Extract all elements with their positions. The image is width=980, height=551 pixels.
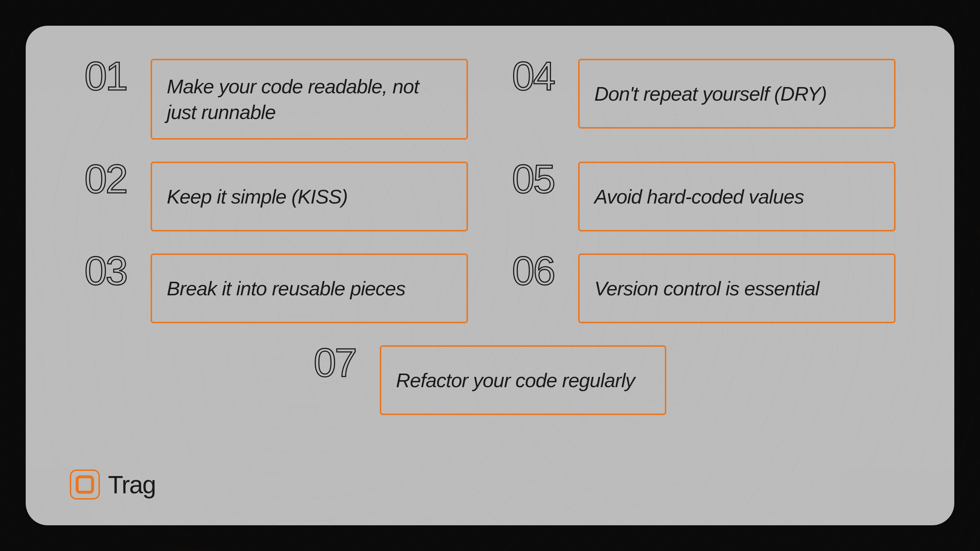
- trag-icon: [70, 470, 100, 500]
- principle-text: Break it into reusable pieces: [167, 276, 405, 301]
- principle-text: Don't repeat yourself (DRY): [594, 81, 827, 107]
- principle-box: Keep it simple (KISS): [151, 162, 468, 231]
- principle-item-5: 05 Avoid hard-coded values: [512, 162, 896, 231]
- principle-box: Make your code readable, not just runnab…: [151, 59, 468, 140]
- principle-box: Version control is essential: [578, 253, 896, 323]
- principle-text: Refactor your code regularly: [396, 367, 635, 393]
- principle-row-7: 07 Refactor your code regularly: [84, 345, 896, 415]
- trag-icon-inner: [76, 475, 94, 494]
- principle-item-1: 01 Make your code readable, not just run…: [84, 59, 468, 140]
- principle-box: Avoid hard-coded values: [578, 162, 896, 231]
- principle-number: 05: [512, 162, 567, 196]
- principle-number: 01: [84, 59, 140, 93]
- principle-text: Keep it simple (KISS): [167, 184, 347, 209]
- principle-box: Refactor your code regularly: [380, 345, 666, 415]
- principle-text: Make your code readable, not just runnab…: [167, 73, 452, 125]
- principle-number: 07: [314, 345, 369, 380]
- principle-item-6: 06 Version control is essential: [512, 253, 896, 323]
- brand-logo: Trag: [70, 470, 155, 500]
- principle-item-2: 02 Keep it simple (KISS): [84, 162, 468, 231]
- principle-box: Break it into reusable pieces: [151, 253, 468, 323]
- principle-item-3: 03 Break it into reusable pieces: [84, 253, 468, 323]
- content-card: 01 Make your code readable, not just run…: [26, 26, 954, 525]
- principle-text: Avoid hard-coded values: [594, 184, 804, 209]
- principle-box: Don't repeat yourself (DRY): [578, 59, 896, 129]
- principle-item-7: 07 Refactor your code regularly: [314, 345, 666, 415]
- principle-number: 06: [512, 253, 567, 288]
- principle-number: 03: [84, 253, 140, 288]
- principle-number: 02: [84, 162, 140, 196]
- principle-item-4: 04 Don't repeat yourself (DRY): [512, 59, 896, 140]
- principles-grid: 01 Make your code readable, not just run…: [84, 59, 896, 323]
- principle-text: Version control is essential: [594, 276, 819, 301]
- principle-number: 04: [512, 59, 567, 93]
- brand-name: Trag: [108, 470, 155, 499]
